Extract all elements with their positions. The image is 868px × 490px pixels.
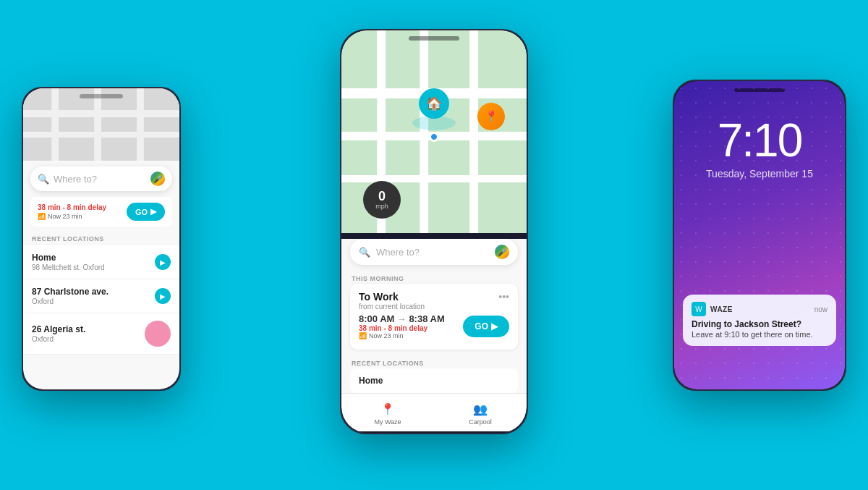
home-item-name: Home <box>359 376 509 386</box>
center-delay-text: 38 min - 8 min delay <box>359 324 445 332</box>
notification-body: Leave at 9:10 to get there on time. <box>692 330 827 339</box>
notch-center <box>409 36 459 41</box>
work-subtitle: from current location <box>359 303 425 311</box>
mic-icon[interactable]: 🎤 <box>495 245 509 259</box>
location-name: 87 Charlstone ave. <box>32 287 149 297</box>
left-section-label: RECENT LOCATIONS <box>23 229 179 245</box>
right-phone-screen: 7:10 Tuesday, September 15 W WAZE now Dr… <box>674 81 845 389</box>
more-options-button[interactable]: ••• <box>498 291 509 303</box>
location-name: Home <box>32 253 149 263</box>
svg-rect-9 <box>341 175 527 182</box>
center-search-placeholder: Where to? <box>376 247 489 258</box>
list-item[interactable]: 87 Charlstone ave. Oxford ▶ <box>23 279 179 313</box>
waze-app-icon: W <box>692 302 706 316</box>
center-go-button[interactable]: GO ▶ <box>463 316 509 337</box>
signal-icon: 📶 <box>359 332 367 339</box>
svg-rect-12 <box>469 30 478 233</box>
speed-badge: 0 mph <box>363 181 401 219</box>
recent-locations-label: RECENT LOCATIONS <box>341 355 527 368</box>
time-arrow: → <box>397 314 406 324</box>
bottom-navigation: 📍 My Waze 👥 Carpool <box>341 393 527 431</box>
home-recent-item[interactable]: Home <box>350 368 518 393</box>
arrival-time: 8:38 AM <box>409 313 444 324</box>
list-item[interactable]: Home 98 Meltchett st. Oxford ▶ <box>23 245 179 279</box>
notification-time: now <box>814 305 827 313</box>
orange-pin: 📍 <box>477 103 505 130</box>
location-arrow-button[interactable]: ▶ <box>155 288 171 304</box>
left-search-placeholder: Where to? <box>54 174 146 185</box>
left-route-bar: 38 min - 8 min delay 📶 Now 23 min GO ▶ <box>30 197 172 227</box>
home-pin: 🏠 <box>419 88 449 119</box>
left-go-button[interactable]: GO ▶ <box>127 203 165 221</box>
notification-app-name: WAZE <box>710 305 810 313</box>
location-address: 98 Meltchett st. Oxford <box>32 263 149 271</box>
location-arrow-button[interactable]: ▶ <box>155 254 171 270</box>
svg-rect-11 <box>420 30 428 233</box>
location-dot <box>429 132 439 142</box>
location-address: Oxford <box>32 335 139 343</box>
search-icon: 🔍 <box>359 247 370 258</box>
phones-container: 🔍 Where to? 🎤 38 min - 8 min delay 📶 Now… <box>0 0 868 490</box>
center-map-area: 🏠 📍 0 mph <box>341 30 527 233</box>
avatar-circle <box>145 321 171 347</box>
this-morning-label: THIS MORNING <box>341 271 527 284</box>
left-now-text: 📶 Now 23 min <box>38 213 106 220</box>
left-search-bar[interactable]: 🔍 Where to? 🎤 <box>30 166 172 191</box>
mywaze-icon: 📍 <box>380 402 395 416</box>
departure-time: 8:00 AM <box>359 313 394 324</box>
notification-title: Driving to Jackson Street? <box>692 319 827 329</box>
left-delay-text: 38 min - 8 min delay <box>38 203 106 211</box>
work-card: To Work from current location ••• 8:00 A… <box>350 284 518 350</box>
phone-center: 🏠 📍 0 mph 🔍 Where to? 🎤 THIS MORNIN <box>340 29 528 434</box>
list-item[interactable]: 26 Algeria st. Oxford <box>23 313 179 355</box>
location-address: Oxford <box>32 297 149 305</box>
work-title: To Work <box>359 291 425 303</box>
mywaze-label: My Waze <box>374 418 401 426</box>
location-name: 26 Algeria st. <box>32 324 139 334</box>
notch-left <box>80 94 123 98</box>
left-phone-screen: 🔍 Where to? 🎤 38 min - 8 min delay 📶 Now… <box>23 88 179 389</box>
phone-left: 🔍 Where to? 🎤 38 min - 8 min delay 📶 Now… <box>22 87 181 391</box>
carpool-label: Carpool <box>469 418 492 426</box>
left-map-area <box>23 88 179 161</box>
phone-right: 7:10 Tuesday, September 15 W WAZE now Dr… <box>673 80 846 391</box>
waze-notification[interactable]: W WAZE now Driving to Jackson Street? Le… <box>683 295 836 346</box>
nav-item-carpool[interactable]: 👥 Carpool <box>434 400 527 428</box>
search-icon: 🔍 <box>38 174 49 185</box>
center-search-bar[interactable]: 🔍 Where to? 🎤 <box>350 239 518 265</box>
svg-rect-3 <box>51 88 59 161</box>
nav-item-mywaze[interactable]: 📍 My Waze <box>341 400 434 428</box>
svg-rect-5 <box>137 88 144 161</box>
center-phone-screen: 🏠 📍 0 mph 🔍 Where to? 🎤 THIS MORNIN <box>341 30 527 433</box>
center-bottom-panel: 🔍 Where to? 🎤 THIS MORNING To Work from … <box>341 239 527 393</box>
center-now-text: 📶 Now 23 min <box>359 332 445 339</box>
carpool-icon: 👥 <box>473 402 488 416</box>
svg-rect-4 <box>94 88 101 161</box>
mic-icon[interactable]: 🎤 <box>150 172 165 186</box>
signal-icon: 📶 <box>38 213 46 220</box>
